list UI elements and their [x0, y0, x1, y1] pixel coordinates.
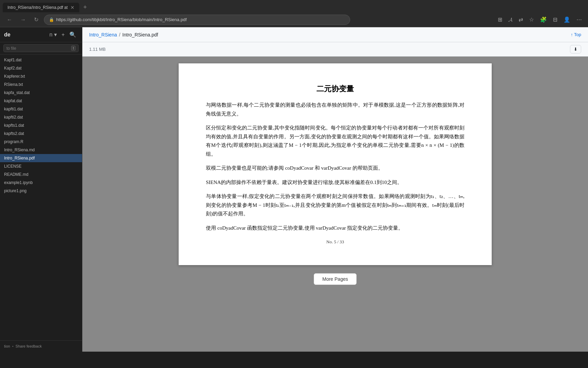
back-btn[interactable]: ← — [4, 15, 15, 24]
profile-icon[interactable]: 👤 — [561, 15, 572, 24]
tab-title: Intro_RSiena/Intro_RSiena.pdf at — [7, 5, 68, 10]
refresh-btn[interactable]: ↻ — [31, 15, 41, 24]
footer-dot: • — [12, 344, 14, 348]
pdf-page: 二元协变量 与网络数据一样,每个二元协变量的测量也必须包含在单独的矩阵中。对于单… — [179, 63, 492, 265]
file-list-item[interactable]: kapfti1.dat — [0, 105, 82, 113]
pdf-paragraph: 与单体协变量一样,假定变化的二元协变量在两个观察时刻之间保持常数值。如果网络的观… — [206, 192, 464, 218]
lock-icon: 🔒 — [49, 17, 54, 22]
pdf-paragraph: 区分恒定和变化的二元协变量,其中变化指随时间变化。每个恒定的协变量对每个行动者对… — [206, 124, 464, 158]
footer-feedback-link[interactable]: Share feedback — [16, 344, 42, 348]
header-right: ↑ Top — [571, 32, 581, 37]
pdf-paragraph: 使用 coDyadCovar 函数指定恒定二元协变量,使用 varDyadCov… — [206, 224, 464, 233]
footer-tion-link[interactable]: tion — [4, 344, 10, 348]
breadcrumb-sep: / — [119, 32, 120, 37]
breadcrumb-file: Intro_RSiena.pdf — [122, 32, 158, 37]
top-btn[interactable]: ↑ Top — [571, 32, 581, 37]
file-list-item[interactable]: example1.ipynb — [0, 179, 82, 187]
sidebar-footer: tion • Share feedback — [0, 340, 82, 352]
file-list-item[interactable]: picture1.png — [0, 187, 82, 195]
sidebar-add-btn[interactable]: + — [60, 31, 66, 39]
pdf-paragraph: 与网络数据一样,每个二元协变量的测量也必须包含在单独的矩阵中。对于单模数据,这是… — [206, 101, 464, 118]
file-list-item[interactable]: Kapf1.dat — [0, 56, 82, 64]
file-list-item[interactable]: README.md — [0, 170, 82, 179]
search-kbd: t — [71, 46, 76, 51]
breadcrumb: Intro_RSiena / Intro_RSiena.pdf — [89, 32, 158, 37]
settings-icon[interactable]: ⋯ — [574, 15, 584, 24]
sidebar-header: de n ▾ + 🔍 — [0, 27, 82, 42]
content-header: Intro_RSiena / Intro_RSiena.pdf ↑ Top — [82, 27, 588, 42]
address-bar[interactable]: 🔒 https://github.com/tibjkbit/Intro_RSie… — [44, 15, 350, 25]
forward-btn[interactable]: → — [18, 15, 29, 24]
file-list-item[interactable]: Kapf2.dat — [0, 64, 82, 72]
read-aloud-icon[interactable]: 𝓐 — [506, 15, 514, 24]
file-size: 1.11 MB — [89, 47, 105, 52]
file-list: Kapf1.datKapf2.datKapferer.txtRSiena.txt… — [0, 55, 82, 340]
file-list-item[interactable]: kapfa_stat.dat — [0, 89, 82, 97]
sidebar: de n ▾ + 🔍 t Kapf1.datKapf2.datKapferer.… — [0, 27, 82, 352]
sidebar-search-btn[interactable]: 🔍 — [68, 31, 78, 39]
file-list-item[interactable]: kapfts1.dat — [0, 121, 82, 129]
sidebar-logo: de — [4, 32, 46, 38]
file-list-item[interactable]: kapfti2.dat — [0, 113, 82, 121]
search-input-wrap: t — [3, 44, 79, 52]
split-screen-icon[interactable]: ⊟ — [551, 15, 559, 24]
file-list-item[interactable]: Intro_RSiena.pdf — [0, 154, 82, 162]
pdf-paragraph: SIENA的内部操作不依赖于量表。建议对协变量进行缩放,使其标准偏差在0.1到1… — [206, 178, 464, 187]
download-btn[interactable]: ⬇ — [570, 45, 581, 53]
file-list-item[interactable]: kapfts2.dat — [0, 129, 82, 138]
pdf-title: 二元协变量 — [206, 84, 464, 94]
browser-tab[interactable]: Intro_RSiena/Intro_RSiena.pdf at ✕ — [3, 3, 79, 12]
search-bar-container: t — [0, 42, 82, 55]
translate-icon[interactable]: ⇄ — [517, 15, 525, 24]
url-text: https://github.com/tibjkbit/Intro_RSiena… — [56, 17, 345, 22]
search-input[interactable] — [6, 46, 70, 51]
pdf-page-num: No. 5 / 33 — [206, 239, 464, 245]
file-list-item[interactable]: kapfat.dat — [0, 97, 82, 105]
file-info-bar: 1.11 MB ⬇ — [82, 42, 588, 57]
new-tab-btn[interactable]: + — [81, 2, 90, 12]
collections-icon[interactable]: ⊞ — [496, 15, 504, 24]
pdf-paragraph: 双模二元协变量也是可能的;请参阅 coDyadCovar 和 varDyadCo… — [206, 164, 464, 173]
file-list-item[interactable]: RSiena.txt — [0, 80, 82, 89]
more-pages-btn[interactable]: More Pages — [314, 273, 356, 285]
file-list-item[interactable]: Kapferer.txt — [0, 72, 82, 80]
tab-close-btn[interactable]: ✕ — [70, 5, 75, 10]
favorites-icon[interactable]: ☆ — [527, 15, 536, 24]
file-list-item[interactable]: LICENSE — [0, 162, 82, 170]
extensions-icon[interactable]: 🧩 — [538, 15, 549, 24]
file-list-item[interactable]: Intro_RSiena.md — [0, 146, 82, 154]
sidebar-branch-selector[interactable]: n ▾ — [48, 31, 58, 39]
content-area: Intro_RSiena / Intro_RSiena.pdf ↑ Top 1.… — [82, 27, 588, 352]
breadcrumb-repo-link[interactable]: Intro_RSiena — [89, 32, 117, 37]
file-list-item[interactable]: program.R — [0, 138, 82, 146]
pdf-viewer[interactable]: 二元协变量 与网络数据一样,每个二元协变量的测量也必须包含在单独的矩阵中。对于单… — [82, 57, 588, 352]
